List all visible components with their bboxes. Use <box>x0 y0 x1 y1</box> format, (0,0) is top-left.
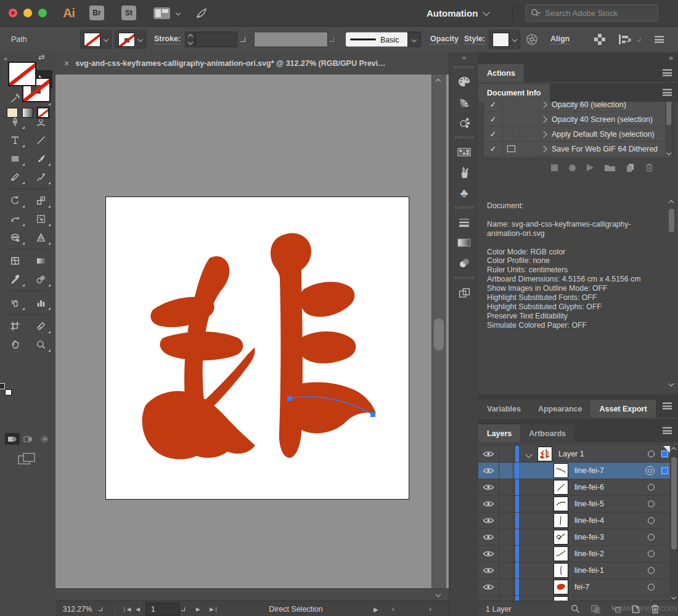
zoom-level[interactable]: 312.27% <box>63 605 92 614</box>
lock-toggle-cell[interactable] <box>499 513 513 529</box>
canvas-area[interactable] <box>55 75 449 588</box>
layer-thumbnail[interactable] <box>553 530 568 545</box>
control-panel-menu-icon[interactable] <box>655 36 664 43</box>
swatches-panel-icon[interactable] <box>449 142 479 162</box>
rotate-tool[interactable] <box>3 191 27 209</box>
lock-toggle-cell[interactable] <box>499 596 513 601</box>
rectangle-tool[interactable] <box>3 149 27 168</box>
locate-object-icon[interactable] <box>571 604 580 614</box>
collapse-chevron[interactable] <box>540 116 547 123</box>
layer-row-line-fei-3[interactable]: line-fei-3 <box>478 529 678 546</box>
layer-target-icon[interactable] <box>648 551 655 557</box>
stop-playing-icon[interactable] <box>551 164 558 171</box>
layer-row-layer-1[interactable]: Layer 1 <box>478 446 678 463</box>
tab-document-info[interactable]: Document Info <box>478 84 550 102</box>
brush-definition-field[interactable]: Basic <box>346 33 416 47</box>
fill-swatch-indicator[interactable] <box>8 62 36 86</box>
close-document-icon[interactable]: × <box>64 59 69 68</box>
visibility-eye-icon[interactable] <box>478 446 499 462</box>
shape-builder-tool[interactable] <box>3 228 27 246</box>
fill-swatch-none[interactable] <box>84 33 100 47</box>
layer-thumbnail[interactable] <box>553 580 568 594</box>
lock-toggle-cell[interactable] <box>499 496 513 512</box>
opacity-label[interactable]: Opacity <box>430 34 459 44</box>
visibility-eye-icon[interactable] <box>478 479 499 495</box>
lock-toggle-cell[interactable] <box>499 463 513 479</box>
layer-name[interactable]: line-fei-1 <box>574 566 604 575</box>
align-label[interactable]: Align <box>550 34 570 44</box>
layer-target-icon[interactable] <box>648 584 655 591</box>
tab-variables[interactable]: Variables <box>478 400 529 418</box>
draw-inside-button[interactable] <box>37 433 52 445</box>
layer-row-line-fei-4[interactable]: line-fei-4 <box>478 513 678 529</box>
arrange-documents-icon[interactable] <box>153 7 170 19</box>
color-guide-panel-icon[interactable] <box>449 92 479 112</box>
strip-collapse-chevrons[interactable]: « <box>449 52 479 62</box>
brush-definition-chevron[interactable] <box>407 32 421 47</box>
artboard-tool[interactable] <box>3 317 27 335</box>
pencil-tool[interactable] <box>3 168 27 186</box>
type-tool[interactable] <box>3 131 27 149</box>
graphic-style-control[interactable] <box>489 30 520 49</box>
gradient-tool[interactable] <box>29 251 52 270</box>
change-screen-mode-icon[interactable] <box>17 452 38 466</box>
action-check-icon[interactable]: ✓ <box>484 127 503 141</box>
recolor-artwork-wheel-icon[interactable] <box>525 33 539 46</box>
scroll-down-arrow[interactable] <box>436 592 441 597</box>
align-objects-icon[interactable] <box>618 33 631 46</box>
horizontal-scrollbar[interactable] <box>55 588 449 601</box>
symbol-sprayer-tool[interactable] <box>3 293 27 312</box>
artboards-panel-icon[interactable] <box>449 283 479 302</box>
new-sublayer-icon[interactable] <box>611 605 621 613</box>
layer-target-icon[interactable] <box>648 567 655 574</box>
layer-expand-chevron[interactable] <box>525 451 532 458</box>
visibility-eye-icon[interactable] <box>478 463 499 479</box>
dialog-toggle-icon[interactable] <box>507 145 515 152</box>
hscroll-left-arrow[interactable]: ‹ <box>392 605 394 614</box>
layer-thumbnail[interactable] <box>553 480 568 495</box>
scroll-up-arrow[interactable] <box>436 79 441 84</box>
delete-layer-trash-icon[interactable] <box>651 604 660 614</box>
new-action-icon[interactable] <box>626 164 634 172</box>
mesh-tool[interactable] <box>3 251 27 270</box>
style-swatch[interactable] <box>492 33 509 47</box>
panels-expand-chevrons[interactable]: » <box>669 54 673 62</box>
lock-toggle-cell[interactable] <box>499 479 513 495</box>
gradient-button[interactable] <box>21 107 35 119</box>
stock-button[interactable]: St <box>121 6 136 20</box>
close-window-button[interactable] <box>9 9 17 17</box>
action-row[interactable]: ✓Save For Web GIF 64 Dithered <box>484 142 672 156</box>
layer-target-icon[interactable] <box>648 484 655 491</box>
stroke-weight-label[interactable]: Stroke: <box>154 34 181 44</box>
tab-appearance[interactable]: Appearance <box>529 400 591 418</box>
stroke-swatch-none[interactable] <box>118 33 135 47</box>
blend-tool[interactable] <box>29 270 52 288</box>
layer-name[interactable]: line-fei-5 <box>574 500 604 508</box>
artboard[interactable] <box>106 197 409 499</box>
transparency-panel-icon[interactable] <box>449 253 479 273</box>
begin-record-icon[interactable] <box>569 164 576 171</box>
stroke-panel-icon[interactable] <box>449 213 479 232</box>
layer-name[interactable]: line-fei-6 <box>574 483 604 492</box>
layer-thumbnail[interactable] <box>553 563 568 578</box>
delete-action-trash-icon[interactable] <box>645 163 653 172</box>
tab-actions[interactable]: Actions <box>478 64 524 82</box>
layer-thumbnail[interactable] <box>553 463 568 478</box>
puppet-warp-tool[interactable] <box>3 209 27 228</box>
style-chevron[interactable] <box>512 37 517 42</box>
style-label[interactable]: Style: <box>464 34 485 44</box>
layer-row-fei-7[interactable]: fei-7 <box>478 579 678 596</box>
hand-tool[interactable] <box>3 335 27 354</box>
play-selection-icon[interactable] <box>587 164 594 171</box>
strip-group-grip[interactable] <box>455 66 473 68</box>
first-artboard-button[interactable]: ❘◀ <box>122 606 131 612</box>
color-panel-icon[interactable] <box>449 72 479 92</box>
layer-row-line-fei-7[interactable]: line-fei-7 <box>478 463 678 479</box>
tab-asset-export[interactable]: Asset Export <box>590 400 655 418</box>
visibility-eye-icon[interactable] <box>478 579 499 595</box>
layer-target-icon[interactable] <box>648 534 655 541</box>
perspective-grid-tool[interactable] <box>29 228 52 246</box>
layer-name[interactable]: line-fei-2 <box>574 549 604 558</box>
layer-name[interactable]: line-fei-7 <box>574 466 604 475</box>
search-adobe-stock-field[interactable]: Search Adobe Stock <box>525 4 658 22</box>
